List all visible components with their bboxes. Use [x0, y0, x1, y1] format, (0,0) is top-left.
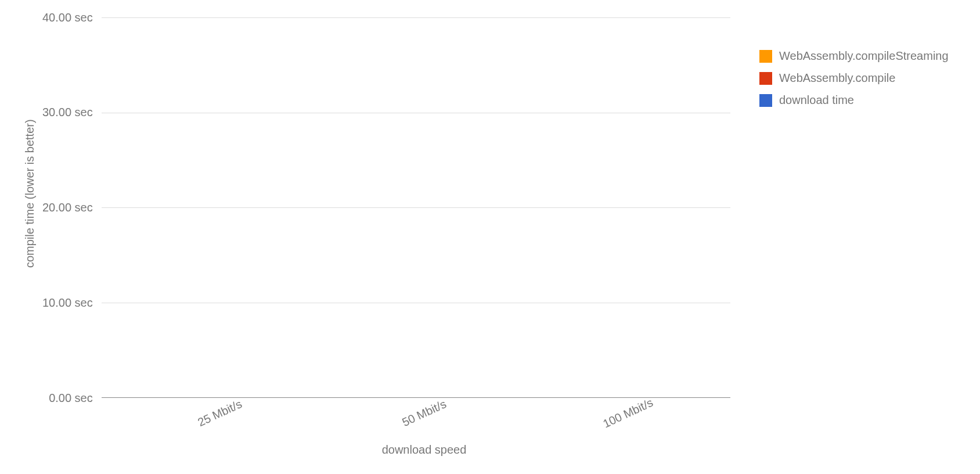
legend-item-compile: WebAssembly.compile — [759, 71, 963, 85]
chart-body: 40.00 sec 30.00 sec 20.00 sec 10.00 sec … — [42, 17, 730, 457]
legend-swatch-icon — [759, 50, 772, 63]
legend-item-streaming: WebAssembly.compileStreaming — [759, 49, 963, 63]
legend-label: WebAssembly.compile — [779, 71, 895, 85]
legend-item-download: download time — [759, 94, 963, 107]
bars-area — [102, 17, 730, 397]
plot-area — [102, 17, 730, 398]
legend: WebAssembly.compileStreaming WebAssembly… — [730, 17, 963, 457]
y-axis-ticks: 40.00 sec 30.00 sec 20.00 sec 10.00 sec … — [42, 17, 102, 398]
legend-swatch-icon — [759, 72, 772, 85]
x-axis-ticks: 25 Mbit/s 50 Mbit/s 100 Mbit/s — [42, 407, 730, 420]
legend-label: WebAssembly.compileStreaming — [779, 49, 949, 63]
chart-container: compile time (lower is better) 40.00 sec… — [17, 17, 963, 457]
y-axis-label: compile time (lower is better) — [17, 17, 42, 369]
legend-label: download time — [779, 94, 854, 107]
legend-swatch-icon — [759, 94, 772, 107]
